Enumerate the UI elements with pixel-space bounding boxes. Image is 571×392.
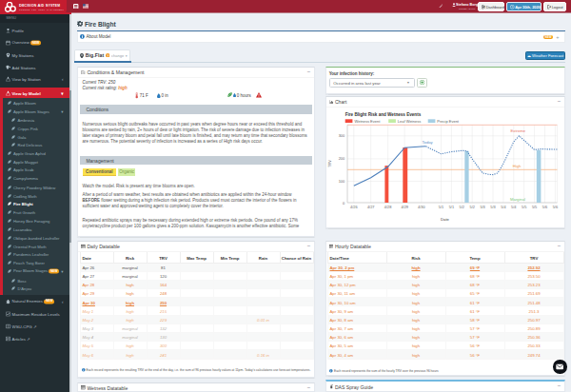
svg-text:5/2: 5/2: [459, 205, 463, 209]
svg-text:Precip Event: Precip Event: [437, 119, 460, 124]
svg-text:5/6: 5/6: [552, 205, 557, 209]
svg-text:Fire Blight Risk and Wetness E: Fire Blight Risk and Wetness Events: [345, 112, 421, 117]
svg-text:Leaf Wetness: Leaf Wetness: [397, 119, 420, 124]
svg-text:5/6: 5/6: [541, 205, 546, 209]
svg-text:Extreme: Extreme: [510, 128, 525, 133]
svg-text:5/2: 5/2: [469, 205, 474, 209]
svg-text:4/30: 4/30: [418, 205, 425, 209]
svg-text:4/27: 4/27: [366, 205, 374, 209]
svg-text:5/1: 5/1: [448, 205, 453, 209]
svg-text:5/3: 5/3: [480, 205, 484, 209]
svg-text:TRV: TRV: [326, 160, 331, 167]
svg-text:4/26: 4/26: [350, 205, 358, 209]
svg-text:0: 0: [343, 201, 345, 206]
svg-text:Date: Date: [441, 217, 450, 222]
svg-text:5/3: 5/3: [490, 205, 495, 209]
svg-text:Marginal: Marginal: [509, 197, 524, 202]
svg-text:5/1: 5/1: [438, 205, 443, 209]
svg-text:5/5: 5/5: [521, 205, 525, 209]
svg-text:5/4: 5/4: [501, 205, 506, 209]
svg-text:200: 200: [338, 156, 345, 161]
svg-text:300: 300: [338, 133, 345, 138]
svg-text:5/4: 5/4: [511, 205, 517, 209]
svg-text:Today: Today: [422, 140, 433, 145]
svg-text:5/5: 5/5: [531, 205, 536, 209]
svg-text:4/28: 4/28: [384, 205, 391, 209]
svg-text:4/29: 4/29: [401, 205, 408, 209]
svg-text:High: High: [512, 164, 521, 168]
svg-text:Wetness Event: Wetness Event: [354, 119, 381, 124]
svg-text:100: 100: [338, 179, 345, 184]
